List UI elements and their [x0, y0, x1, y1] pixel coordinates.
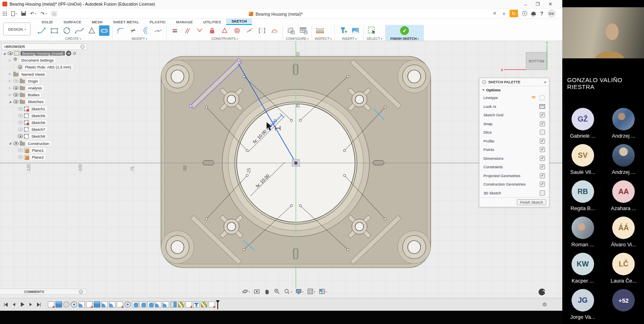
fit-button[interactable]: ▾	[283, 287, 293, 295]
browser-header[interactable]: « BROWSER	[2, 43, 87, 50]
browser-row[interactable]: Construction ⊙	[2, 140, 87, 147]
browser-row[interactable]: Bearing Housing (metal) G ⊙	[2, 50, 87, 57]
participant-tile[interactable]: +52	[604, 289, 643, 324]
browser-row[interactable]: Sketch1 ⊙	[2, 105, 87, 112]
visibility-eye-icon[interactable]	[18, 128, 23, 131]
ribbon-tab[interactable]: MESH	[87, 19, 108, 25]
palette-option-control[interactable]	[539, 104, 545, 109]
corner-hole[interactable]	[398, 60, 431, 93]
palette-header[interactable]: SKETCH PALETTE »	[479, 78, 549, 86]
timeline-feature-icon[interactable]	[178, 301, 184, 307]
palette-option-control[interactable]	[531, 95, 545, 100]
create-group-label[interactable]: CREATE	[37, 36, 109, 41]
slot-tool[interactable]	[99, 25, 109, 36]
save-button[interactable]	[21, 11, 26, 16]
configure-group-label[interactable]: CONFIGURE	[286, 36, 309, 41]
browser-node-label[interactable]: Named Views	[20, 72, 46, 76]
browser-row[interactable]: Origin ⊙	[2, 78, 87, 85]
fix-constraint[interactable]	[207, 25, 217, 36]
timeline-feature-icon[interactable]	[63, 301, 70, 307]
step-back-button[interactable]	[12, 302, 16, 307]
browser-node-label[interactable]: Sketch6	[30, 120, 47, 125]
timeline-feature-icon[interactable]	[147, 301, 154, 307]
timeline-feature-icon[interactable]	[163, 301, 169, 307]
step-forward-button[interactable]	[29, 302, 33, 307]
visibility-eye-icon[interactable]	[18, 114, 23, 118]
ribbon-tab[interactable]: SKETCH	[226, 19, 252, 25]
concentric-constraint[interactable]	[232, 25, 242, 36]
timeline-feature-icon[interactable]	[132, 301, 138, 307]
palette-option-control[interactable]	[540, 173, 545, 178]
participant-tile[interactable]: KW Kacper ...	[563, 253, 603, 287]
finish-sketch-palette-button[interactable]: Finish Sketch	[517, 199, 546, 205]
participant-tile[interactable]: AA Azahara ...	[604, 180, 643, 215]
palette-option-control[interactable]	[540, 112, 545, 118]
close-button[interactable]: ✕	[549, 2, 552, 7]
timeline-settings-gear-icon[interactable]: ⚙	[542, 301, 547, 307]
look-at-button[interactable]	[252, 287, 261, 295]
timeline-feature-icon[interactable]	[201, 301, 207, 307]
browser-node-label[interactable]: Analysis	[26, 86, 43, 90]
browser-row[interactable]: Analysis ⊙	[2, 85, 87, 91]
app-grid-icon[interactable]	[2, 11, 7, 16]
palette-option-control[interactable]	[540, 182, 545, 187]
assistant-icon[interactable]	[539, 289, 545, 295]
workspace-selector[interactable]: DESIGN▾	[3, 23, 31, 35]
browser-node-label[interactable]: Bearing Housing (metal)	[21, 51, 65, 56]
new-tab-button[interactable]: +	[500, 8, 508, 19]
participant-tile[interactable]: GŽ Gabrielė ...	[563, 108, 603, 142]
palette-option-control[interactable]	[540, 164, 545, 169]
constraints-group-label[interactable]: CONSTRAINTS	[169, 36, 280, 41]
selected-endpoint[interactable]	[190, 105, 192, 107]
orbit-button[interactable]: ▾	[241, 287, 251, 295]
notifications-icon[interactable]	[529, 8, 537, 19]
browser-node-label[interactable]: Bodies	[26, 93, 41, 97]
ribbon-tab[interactable]: PLASTIC	[144, 19, 171, 25]
visibility-eye-icon[interactable]	[13, 100, 19, 103]
select-group-label[interactable]: SELECT	[367, 36, 382, 41]
expand-arrow-icon[interactable]	[8, 100, 12, 103]
browser-row[interactable]: Plane1 ⊙	[2, 147, 87, 154]
parallel-constraint[interactable]	[182, 25, 192, 36]
polygon-tool[interactable]	[87, 25, 97, 36]
browser-row[interactable]: Sketch5 ⊙	[2, 112, 87, 119]
trim-tool[interactable]: ✂	[128, 25, 138, 36]
comments-minus-icon[interactable]	[79, 290, 83, 294]
horizontal-vertical-constraint[interactable]	[169, 25, 180, 36]
participant-tile[interactable]: RB Regita B...	[563, 180, 603, 215]
browser-node-label[interactable]: Plane1	[30, 148, 45, 153]
options-section-header[interactable]: Options	[479, 86, 549, 93]
expand-arrow-icon[interactable]	[8, 93, 12, 97]
participant-tile[interactable]: Andrzej ...	[604, 144, 643, 179]
line-tool[interactable]	[37, 25, 47, 36]
palette-dock-icon[interactable]: »	[544, 80, 546, 84]
visibility-eye-icon[interactable]	[13, 93, 19, 97]
edit-curve-tool[interactable]	[153, 25, 163, 36]
visibility-eye-icon[interactable]	[13, 142, 19, 145]
curvature-constraint[interactable]	[269, 25, 280, 36]
help-icon[interactable]: ?	[538, 8, 545, 19]
palette-option-control[interactable]	[540, 121, 545, 126]
spline-tool[interactable]	[74, 25, 85, 36]
browser-node-label[interactable]: Document Settings	[20, 58, 55, 62]
browser-node-label[interactable]: Construction	[26, 141, 51, 146]
skip-to-end-button[interactable]	[37, 302, 41, 307]
timeline-feature-icon[interactable]	[48, 301, 54, 307]
browser-row[interactable]: Sketch8 ⊙	[2, 133, 87, 140]
timeline-feature-icon[interactable]	[124, 301, 131, 307]
palette-minus-icon[interactable]	[482, 80, 486, 84]
timeline-feature-icon[interactable]	[78, 301, 85, 307]
home-button[interactable]: ⌂	[51, 11, 57, 17]
offset-tool[interactable]	[140, 25, 151, 36]
insert-fastener-tool[interactable]	[338, 25, 348, 36]
insert-canvas-tool[interactable]	[350, 25, 361, 36]
corner-hole[interactable]	[398, 231, 431, 264]
timeline-feature-icon[interactable]	[208, 301, 215, 307]
browser-row[interactable]: Plastic Rule: ABS (1,5 mm) ⊙	[2, 64, 87, 70]
corner-hole[interactable]	[161, 60, 194, 93]
browser-node-label[interactable]: Sketch1	[30, 107, 47, 111]
comments-bar[interactable]: COMMENTS	[0, 289, 87, 295]
corner-hole[interactable]	[161, 231, 194, 264]
browser-row[interactable]: Plane2 ⊙	[2, 154, 87, 161]
timeline-feature-icon[interactable]	[71, 301, 77, 307]
